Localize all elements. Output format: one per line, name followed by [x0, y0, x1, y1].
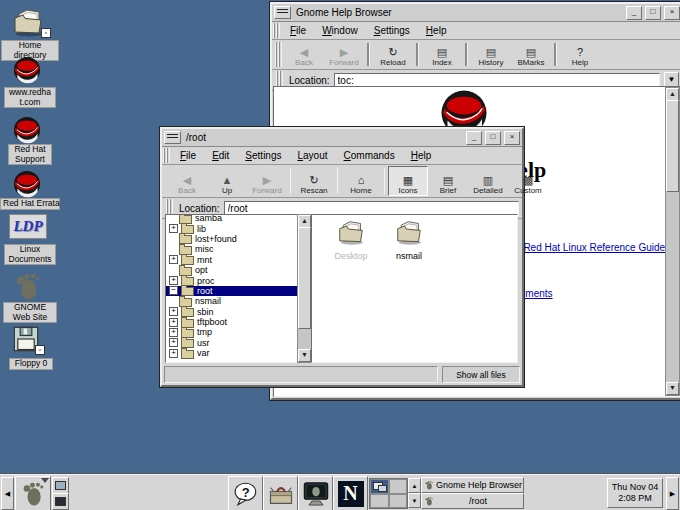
tree-item[interactable]: nsmail — [166, 296, 298, 306]
tree-item[interactable]: opt — [166, 265, 298, 275]
reference-guide-link[interactable]: Red Hat Linux Reference Guide — [523, 242, 665, 253]
back-button[interactable]: ◀ Back — [167, 166, 207, 196]
panel-hide-right-button[interactable]: ▶ — [666, 477, 679, 510]
desktop-icon-home-directory[interactable]: ▫ — [8, 8, 48, 42]
index-button[interactable]: ▤ Index — [422, 41, 462, 68]
tree-item[interactable]: + var — [166, 348, 298, 358]
applet-button-top[interactable] — [52, 477, 69, 494]
tree-item-selected[interactable]: − root — [166, 286, 298, 296]
expand-plus-icon[interactable]: + — [169, 307, 178, 316]
applet-button-bottom[interactable] — [52, 493, 69, 510]
maximize-button[interactable]: □ — [645, 6, 661, 20]
minimize-button[interactable]: _ — [626, 6, 642, 20]
pager-desk-4[interactable] — [389, 494, 408, 509]
menu-settings[interactable]: Settings — [237, 149, 289, 163]
config-tool-launcher[interactable] — [263, 476, 298, 510]
home-button[interactable]: ⌂ Home — [341, 166, 381, 196]
file-item-desktop[interactable]: Desktop — [323, 220, 379, 261]
pager-desk-1[interactable] — [370, 479, 389, 494]
tasklist-up-button[interactable]: ▲ — [408, 478, 421, 493]
window-menu-icon[interactable] — [164, 131, 181, 144]
bar-grip[interactable] — [273, 23, 280, 38]
desktop-icon-label[interactable]: Red Hat Support — [8, 144, 52, 165]
file-item-nsmail[interactable]: nsmail — [381, 220, 437, 261]
scroll-down-icon[interactable]: ▼ — [666, 382, 679, 395]
scroll-thumb[interactable] — [298, 227, 311, 329]
expand-plus-icon[interactable]: + — [169, 276, 178, 285]
menu-file[interactable]: File — [172, 149, 204, 163]
scroll-thumb[interactable] — [666, 100, 679, 192]
expand-plus-icon[interactable]: + — [169, 349, 178, 358]
terminal-launcher[interactable] — [298, 476, 333, 510]
pager-desk-3[interactable] — [370, 494, 389, 509]
tree-item[interactable]: + lib — [166, 223, 298, 233]
desktop-icon-label[interactable]: Linux Documents — [4, 244, 56, 265]
forward-button[interactable]: ▶ Forward — [324, 41, 364, 68]
bar-grip[interactable] — [275, 42, 282, 67]
task-button-root[interactable]: /root — [421, 493, 524, 509]
forward-button[interactable]: ▶ Forward — [247, 166, 287, 196]
netscape-launcher[interactable]: N — [333, 476, 368, 510]
brief-view-button[interactable]: ▤ Brief — [428, 166, 468, 196]
desktop-icon-label[interactable]: Red Hat Errata — [0, 198, 60, 210]
collapse-minus-icon[interactable]: − — [169, 286, 178, 295]
main-menu-button[interactable] — [15, 476, 51, 510]
tree-item[interactable]: samba — [166, 214, 298, 223]
tree-item[interactable]: + mnt — [166, 255, 298, 265]
reload-button[interactable]: ↻ Reload — [373, 41, 413, 68]
up-button[interactable]: ▲ Up — [207, 166, 247, 196]
bmarks-button[interactable]: ▤ BMarks — [511, 41, 551, 68]
back-button[interactable]: ◀ Back — [284, 41, 324, 68]
desktop-icon-floppy-0[interactable]: ▫ — [11, 325, 41, 357]
desktop-icon-www-redhat-com[interactable] — [13, 56, 41, 88]
panel-hide-left-button[interactable]: ◀ — [1, 477, 14, 510]
menu-file[interactable]: File — [282, 24, 314, 38]
tree-item[interactable]: + tmp — [166, 327, 298, 337]
custom-view-button[interactable]: ▩ Custom — [508, 166, 548, 196]
icons-view-button[interactable]: ▦ Icons — [388, 166, 428, 196]
tree-item[interactable]: + usr — [166, 338, 298, 348]
tree-item[interactable]: lost+found — [166, 234, 298, 244]
menu-commands[interactable]: Commands — [336, 149, 403, 163]
menu-help[interactable]: Help — [418, 24, 455, 38]
tree-item[interactable]: + tftpboot — [166, 317, 298, 327]
desktop-icon-label[interactable]: GNOME Web Site — [3, 302, 57, 323]
tree-item[interactable]: + sbin — [166, 307, 298, 317]
file-icon-pane[interactable]: Desktop nsmail — [311, 214, 518, 363]
help-titlebar[interactable]: Gnome Help Browser _ □ × — [272, 4, 680, 22]
scroll-down-icon[interactable]: ▼ — [298, 349, 311, 362]
help-scrollbar[interactable]: ▲ ▼ — [665, 87, 680, 396]
desktop-icon-label[interactable]: www.redhat.com — [4, 87, 56, 108]
close-button[interactable]: × — [664, 6, 680, 20]
menu-help[interactable]: Help — [403, 149, 440, 163]
tasklist-down-button[interactable]: ▼ — [408, 493, 421, 508]
fm-titlebar[interactable]: /root _ □ × — [162, 129, 522, 147]
menu-settings[interactable]: Settings — [366, 24, 418, 38]
task-button-help-browser[interactable]: Gnome Help Browser — [421, 477, 524, 493]
help-launcher[interactable] — [228, 476, 263, 510]
desktop-icon-gnome-web-site[interactable] — [15, 271, 40, 305]
clock-applet[interactable]: Thu Nov 04 2:08 PM — [607, 478, 663, 508]
close-button[interactable]: × — [504, 131, 520, 145]
tree-item[interactable]: + proc — [166, 275, 298, 285]
window-menu-icon[interactable] — [274, 6, 291, 19]
rescan-button[interactable]: ↻ Rescan — [294, 166, 334, 196]
history-button[interactable]: ▤ History — [471, 41, 511, 68]
expand-plus-icon[interactable]: + — [169, 255, 178, 264]
minimize-button[interactable]: _ — [466, 131, 482, 145]
menu-layout[interactable]: Layout — [290, 149, 336, 163]
maximize-button[interactable]: □ — [485, 131, 501, 145]
help-button[interactable]: ? Help — [560, 41, 600, 68]
menu-window[interactable]: Window — [314, 24, 366, 38]
expand-plus-icon[interactable]: + — [169, 224, 178, 233]
bar-grip[interactable] — [163, 148, 170, 163]
expand-plus-icon[interactable]: + — [169, 338, 178, 347]
expand-plus-icon[interactable]: + — [169, 318, 178, 327]
desktop-icon-label[interactable]: Floppy 0 — [9, 358, 53, 370]
desktop-icon-linux-documents[interactable]: LDP — [9, 214, 47, 239]
pager-desk-2[interactable] — [389, 479, 408, 494]
menu-edit[interactable]: Edit — [204, 149, 237, 163]
tree-scrollbar[interactable]: ▲ ▼ — [297, 214, 312, 363]
tree-item[interactable]: misc — [166, 244, 298, 254]
detailed-view-button[interactable]: ▥ Detailed — [468, 166, 508, 196]
